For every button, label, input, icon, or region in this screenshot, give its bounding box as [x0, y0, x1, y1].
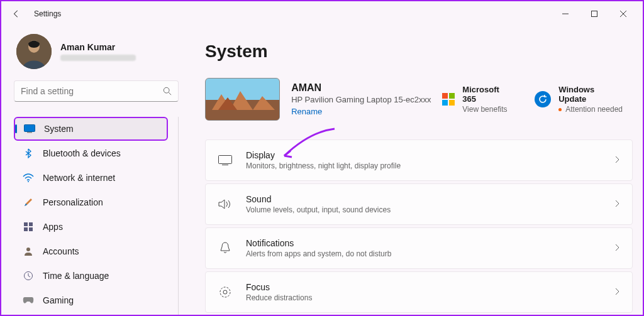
user-profile[interactable]: Aman Kumar: [14, 34, 179, 69]
card-title: Display: [246, 150, 401, 160]
settings-cards: DisplayMonitors, brightness, night light…: [205, 139, 633, 313]
sidebar-item-time[interactable]: Time & language: [14, 264, 168, 288]
gaming-icon: [23, 295, 34, 306]
svg-rect-12: [29, 227, 33, 231]
sidebar-item-label: Gaming: [43, 295, 74, 305]
brush-icon: [23, 197, 34, 208]
card-title: Sound: [246, 194, 391, 204]
microsoft-logo-icon: [442, 93, 455, 106]
ms365-sub: View benefits: [462, 105, 514, 114]
windows-update-tile[interactable]: Windows Update Attention needed: [535, 85, 624, 114]
device-name: AMAN: [291, 82, 431, 94]
svg-rect-11: [24, 227, 28, 231]
svg-rect-10: [29, 222, 33, 226]
svg-point-4: [164, 87, 169, 93]
card-focus[interactable]: FocusReduce distractions: [205, 271, 633, 313]
rename-link[interactable]: Rename: [291, 107, 431, 116]
device-hero: AMAN HP Pavilion Gaming Laptop 15-ec2xxx…: [205, 78, 633, 121]
svg-rect-7: [27, 132, 32, 133]
chevron-right-icon: [614, 286, 619, 298]
card-sound[interactable]: SoundVolume levels, output, input, sound…: [205, 183, 633, 225]
desktop-thumb: [205, 78, 280, 121]
search-box[interactable]: [14, 80, 179, 102]
sidebar-item-gaming[interactable]: Gaming: [14, 288, 168, 312]
sidebar-item-network[interactable]: Network & internet: [14, 166, 168, 190]
card-sub: Reduce distractions: [246, 293, 312, 302]
accounts-icon: [23, 246, 34, 257]
clock-icon: [23, 270, 34, 281]
system-icon: [24, 123, 35, 134]
display-icon: [218, 155, 232, 165]
bell-icon: [218, 242, 232, 254]
svg-point-13: [26, 248, 30, 251]
svg-rect-17: [219, 156, 232, 164]
sidebar-item-label: Bluetooth & devices: [43, 148, 121, 158]
wu-title: Windows Update: [558, 85, 624, 104]
chevron-right-icon: [614, 155, 619, 166]
device-model: HP Pavilion Gaming Laptop 15-ec2xxx: [291, 95, 431, 104]
svg-rect-1: [592, 11, 597, 17]
close-button[interactable]: [609, 4, 638, 24]
card-title: Focus: [246, 282, 312, 292]
minimize-button[interactable]: [551, 4, 580, 24]
svg-rect-9: [24, 222, 28, 226]
apps-icon: [23, 221, 34, 232]
wu-sub: Attention needed: [565, 105, 623, 114]
sidebar-item-apps[interactable]: Apps: [14, 215, 168, 239]
app-title: Settings: [34, 9, 61, 18]
sidebar: Aman Kumar System Bluetooth & devices Ne…: [1, 26, 184, 315]
ms365-title: Microsoft 365: [462, 85, 514, 104]
sidebar-item-label: Personalization: [43, 197, 103, 207]
sidebar-item-label: System: [44, 124, 74, 134]
sidebar-item-label: Network & internet: [43, 173, 115, 183]
wifi-icon: [23, 172, 34, 183]
titlebar: Settings: [1, 1, 643, 26]
ms365-tile[interactable]: Microsoft 365 View benefits: [442, 85, 514, 114]
svg-rect-6: [25, 125, 35, 132]
sound-icon: [218, 199, 232, 210]
attention-dot-icon: [558, 108, 562, 111]
nav-list: System Bluetooth & devices Network & int…: [14, 117, 179, 315]
search-icon: [163, 87, 172, 95]
maximize-button[interactable]: [580, 4, 609, 24]
sidebar-item-label: Accounts: [43, 246, 79, 256]
card-title: Notifications: [246, 238, 391, 248]
window-controls: [551, 4, 638, 24]
focus-icon: [218, 286, 232, 298]
user-email-redacted: [60, 55, 136, 61]
svg-point-8: [28, 181, 29, 182]
card-display[interactable]: DisplayMonitors, brightness, night light…: [205, 139, 633, 181]
card-notifications[interactable]: NotificationsAlerts from apps and system…: [205, 227, 633, 269]
sidebar-item-system[interactable]: System: [14, 117, 168, 141]
sidebar-item-label: Apps: [43, 222, 63, 232]
sidebar-item-accounts[interactable]: Accounts: [14, 239, 168, 263]
user-name: Aman Kumar: [60, 42, 136, 52]
card-sub: Volume levels, output, input, sound devi…: [246, 205, 391, 214]
back-button[interactable]: [6, 4, 26, 24]
search-input[interactable]: [21, 86, 163, 96]
sidebar-item-personalization[interactable]: Personalization: [14, 190, 168, 214]
chevron-right-icon: [614, 199, 619, 210]
svg-point-20: [223, 290, 227, 294]
chevron-right-icon: [614, 242, 619, 254]
main-content: System AMAN HP Pavilion Gaming Laptop 15…: [184, 26, 643, 315]
avatar: [16, 34, 52, 69]
bluetooth-icon: [23, 148, 34, 159]
card-sub: Alerts from apps and system, do not dist…: [246, 249, 391, 258]
svg-line-5: [169, 92, 171, 95]
sidebar-item-bluetooth[interactable]: Bluetooth & devices: [14, 141, 168, 165]
page-title: System: [205, 41, 633, 62]
svg-point-19: [220, 287, 230, 297]
sync-icon: [535, 91, 551, 107]
card-sub: Monitors, brightness, night light, displ…: [246, 161, 401, 170]
sidebar-item-label: Time & language: [43, 271, 109, 281]
